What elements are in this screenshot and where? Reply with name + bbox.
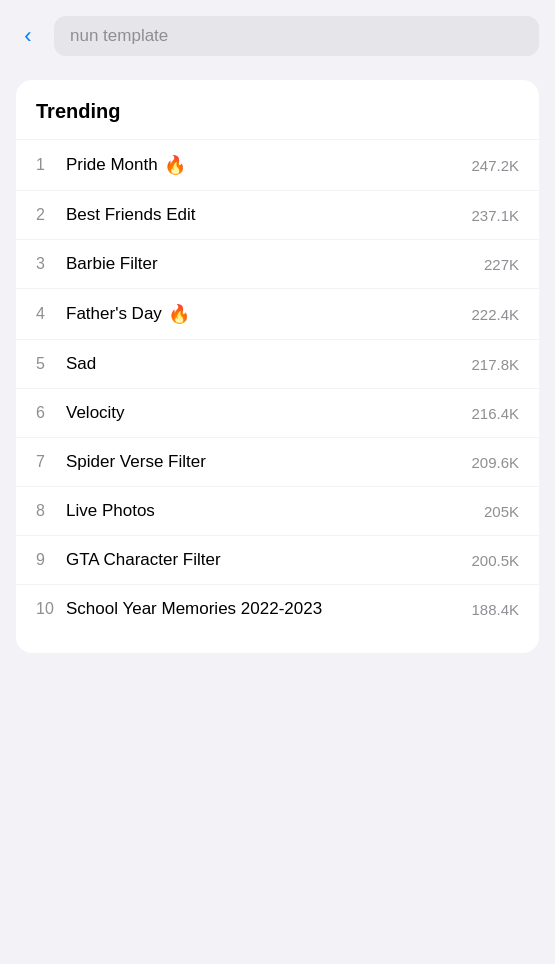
rank-number: 2 [36, 206, 66, 224]
trending-item[interactable]: 3Barbie Filter227K [16, 239, 539, 288]
trending-title: Trending [16, 100, 539, 139]
item-count: 200.5K [471, 552, 519, 569]
rank-number: 1 [36, 156, 66, 174]
item-count: 188.4K [471, 601, 519, 618]
item-count: 217.8K [471, 356, 519, 373]
item-count: 209.6K [471, 454, 519, 471]
trending-item[interactable]: 7Spider Verse Filter209.6K [16, 437, 539, 486]
item-count: 205K [484, 503, 519, 520]
content-card: Trending 1Pride Month🔥247.2K2Best Friend… [16, 80, 539, 653]
rank-number: 4 [36, 305, 66, 323]
rank-number: 3 [36, 255, 66, 273]
fire-icon: 🔥 [164, 154, 186, 176]
search-text: nun template [70, 26, 168, 46]
item-name: Best Friends Edit [66, 205, 471, 225]
back-button[interactable]: ‹ [12, 20, 44, 52]
item-count: 227K [484, 256, 519, 273]
trending-item[interactable]: 10School Year Memories 2022-2023188.4K [16, 584, 539, 633]
header: ‹ nun template [0, 0, 555, 72]
rank-number: 5 [36, 355, 66, 373]
item-count: 247.2K [471, 157, 519, 174]
item-count: 237.1K [471, 207, 519, 224]
fire-icon: 🔥 [168, 303, 190, 325]
item-count: 216.4K [471, 405, 519, 422]
trending-list: 1Pride Month🔥247.2K2Best Friends Edit237… [16, 139, 539, 633]
item-name: Barbie Filter [66, 254, 484, 274]
trending-item[interactable]: 1Pride Month🔥247.2K [16, 139, 539, 190]
trending-item[interactable]: 8Live Photos205K [16, 486, 539, 535]
rank-number: 6 [36, 404, 66, 422]
trending-item[interactable]: 6Velocity216.4K [16, 388, 539, 437]
item-name: Sad [66, 354, 471, 374]
search-bar[interactable]: nun template [54, 16, 539, 56]
item-name: School Year Memories 2022-2023 [66, 599, 471, 619]
rank-number: 9 [36, 551, 66, 569]
rank-number: 8 [36, 502, 66, 520]
item-name: Spider Verse Filter [66, 452, 471, 472]
item-count: 222.4K [471, 306, 519, 323]
rank-number: 10 [36, 600, 66, 618]
item-name: GTA Character Filter [66, 550, 471, 570]
item-name: Live Photos [66, 501, 484, 521]
back-icon: ‹ [24, 25, 31, 47]
trending-item[interactable]: 9GTA Character Filter200.5K [16, 535, 539, 584]
trending-item[interactable]: 5Sad217.8K [16, 339, 539, 388]
rank-number: 7 [36, 453, 66, 471]
trending-item[interactable]: 2Best Friends Edit237.1K [16, 190, 539, 239]
item-name: Pride Month🔥 [66, 154, 471, 176]
trending-item[interactable]: 4Father's Day🔥222.4K [16, 288, 539, 339]
item-name: Father's Day🔥 [66, 303, 471, 325]
item-name: Velocity [66, 403, 471, 423]
